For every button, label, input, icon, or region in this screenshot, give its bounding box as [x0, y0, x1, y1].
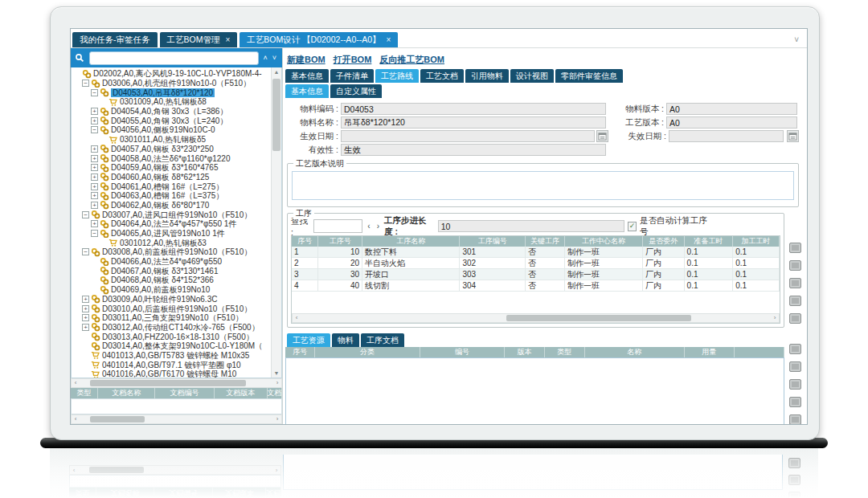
expander-icon[interactable]: − [91, 230, 98, 237]
scroll-up-icon[interactable]: ▲ [272, 67, 281, 76]
process-table-row[interactable]: 220半自动火焰302否制作一班厂内0.10.1 [292, 258, 780, 269]
tree-item[interactable]: +D04063,A0,槽钢 16#（L=375） [73, 191, 271, 201]
table-tool-button[interactable] [789, 397, 801, 407]
tree-item[interactable]: −D03006,A0,机壳组件919No10-0（F510） [73, 79, 271, 88]
bom-action-link[interactable]: 打开BOM [334, 54, 372, 66]
version-note-box[interactable] [292, 171, 794, 200]
tree-item[interactable]: 0401014,A0,GB/T97.1 镀锌平垫圈 φ10 [73, 360, 271, 369]
search-prev-icon[interactable]: ˄ [262, 55, 268, 62]
resource-tab[interactable]: 工艺资源 [287, 333, 330, 347]
tree-item[interactable]: D04066,A0,法兰δ4*φ469*φ550 [73, 257, 271, 267]
tree-item[interactable]: +D04057,A0,钢板 δ3*230*250 [73, 145, 271, 154]
bom-action-link[interactable]: 反向推工艺BOM [379, 54, 444, 66]
main-tab[interactable]: 工艺路线 [375, 69, 419, 83]
sub-tab[interactable]: 自定义属性 [330, 84, 382, 98]
auto-calc-checkbox[interactable]: ✓ [628, 222, 637, 231]
tabbar-collapse-chevron[interactable]: ˅ [794, 35, 804, 47]
tree-item[interactable]: −D04053,A0,吊耳δ8*120*120 [73, 88, 271, 97]
main-tab[interactable]: 设计视图 [510, 69, 554, 83]
expire-date-input[interactable] [669, 130, 784, 142]
expander-icon[interactable]: − [82, 248, 89, 255]
main-tab[interactable]: 零部件审签信息 [555, 69, 623, 83]
table-tool-button[interactable] [789, 296, 801, 306]
doc-horizontal-scrollbar[interactable]: ‹ › [71, 414, 282, 424]
scrollbar-thumb[interactable] [90, 380, 245, 386]
tree-item[interactable]: D04069,A0,前盖板919No10 [73, 285, 271, 295]
expander-icon[interactable]: + [82, 314, 89, 321]
process-table-row[interactable]: 440线切割304否制作一班厂内0.10.1 [292, 280, 780, 292]
material-version-input[interactable] [666, 103, 797, 115]
table-tool-button[interactable] [789, 379, 801, 390]
sub-tab[interactable]: 基本信息 [285, 84, 329, 98]
table-tool-button[interactable] [789, 243, 801, 253]
scroll-left-icon[interactable]: ‹ [72, 379, 80, 387]
process-horizontal-scrollbar[interactable]: ‹ › [292, 313, 780, 323]
expander-icon[interactable]: − [91, 89, 98, 96]
expander-icon[interactable]: + [91, 192, 98, 199]
scroll-right-icon[interactable]: › [771, 314, 779, 322]
scrollbar-thumb[interactable] [272, 79, 280, 151]
resource-tab[interactable]: 工序文档 [361, 333, 404, 347]
tree-item[interactable]: +D04060,A0,钢板 δ8*62*125 [73, 173, 271, 182]
scrollbar-thumb[interactable] [506, 315, 691, 321]
main-tab[interactable]: 引用物料 [465, 69, 509, 83]
find-input[interactable] [313, 219, 362, 233]
tree-item[interactable]: +D03012,A0,传动组CT140水冷-765（F500） [73, 323, 271, 333]
main-tab[interactable]: 基本信息 [285, 69, 329, 83]
expander-icon[interactable]: + [91, 220, 98, 227]
main-tab[interactable]: 工艺文档 [420, 69, 464, 83]
expander-icon[interactable]: + [91, 173, 98, 181]
close-icon[interactable]: × [225, 35, 230, 44]
tree-item[interactable]: −D03007,A0,进风口组件919No10（F510） [73, 210, 271, 219]
scroll-left-icon[interactable]: ‹ [293, 314, 301, 322]
expander-icon[interactable]: + [91, 117, 98, 124]
expander-icon[interactable]: + [82, 296, 89, 303]
tree-item[interactable]: 0301009,A0,热轧钢板δ8 [73, 97, 271, 107]
tree-item[interactable]: 0401016,A0,GB/T6170 镀锌螺母 M10 [73, 369, 271, 378]
tree-item[interactable]: D03014,A0,整体支架919No10C-L0-Y180M（ [73, 341, 271, 351]
expander-icon[interactable]: + [91, 145, 98, 153]
tree-item[interactable]: +D04062,A0,钢板 δ6*80*170 [73, 201, 271, 210]
table-tool-button[interactable] [789, 344, 801, 354]
tree-item[interactable]: D02002,A0,离心风机9-19-10C-L0-YVP180M-4- [73, 69, 271, 79]
expander-icon[interactable]: − [91, 126, 98, 133]
window-tab[interactable]: 我的任务-审签任务 [72, 32, 158, 47]
tree-item[interactable]: +D04058,A0,法兰δ6*φ1160*φ1220 [73, 153, 271, 163]
table-tool-button[interactable] [789, 313, 801, 324]
calendar-icon[interactable] [596, 130, 608, 142]
scroll-right-icon[interactable]: › [273, 415, 281, 423]
table-tool-button[interactable] [789, 278, 801, 288]
expander-icon[interactable]: + [91, 164, 98, 171]
table-tool-button[interactable] [789, 361, 801, 372]
resource-tab[interactable]: 物料 [332, 333, 359, 347]
calendar-icon[interactable] [787, 130, 799, 142]
tree-item[interactable]: 0301011,A0,热轧钢板δ5 [73, 135, 271, 145]
search-next-icon[interactable]: ˅ [272, 55, 277, 62]
search-input[interactable] [89, 51, 259, 65]
window-tab[interactable]: 工艺BOM设计 【D02002--A0--A0】× [240, 32, 398, 47]
material-code-input[interactable] [341, 103, 606, 115]
validity-input[interactable] [341, 144, 606, 156]
scroll-down-icon[interactable]: ▼ [272, 369, 281, 378]
tree-item[interactable]: +D04055,A0,角钢 30x3（L=240） [73, 116, 271, 125]
bom-action-link[interactable]: 新建BOM [287, 54, 326, 66]
expander-icon[interactable]: − [82, 211, 89, 218]
find-next-icon[interactable]: › [375, 222, 381, 231]
main-tab[interactable]: 子件清单 [330, 69, 374, 83]
step-input[interactable] [438, 220, 624, 232]
process-version-input[interactable] [666, 116, 797, 129]
effective-date-input[interactable] [341, 130, 595, 142]
expander-icon[interactable]: + [91, 108, 98, 115]
tree-item[interactable]: +D04064,A0,法兰δ4*φ457*φ550 1件 [73, 219, 271, 229]
window-tab[interactable]: 工艺BOM管理× [160, 32, 238, 47]
tree-item[interactable]: +D04059,A0,钢板 δ3*160*4765 [73, 163, 271, 173]
scroll-left-icon[interactable]: ‹ [72, 415, 80, 423]
tree-vertical-scrollbar[interactable]: ▲ ▼ [271, 67, 281, 378]
tree-item[interactable]: 0301012,A0,热轧钢板δ3 [73, 238, 271, 247]
tree-item[interactable]: +D04061,A0,槽钢 16#（L=275） [73, 182, 271, 191]
tree-item[interactable]: +D03009,A0,叶轮组件919No6.3C [73, 295, 271, 304]
tree-item[interactable]: −D03008,A0,前盖板组件919No10（F510） [73, 247, 271, 257]
tree-item[interactable]: +D04054,A0,角钢 30x3（L=386） [73, 107, 271, 116]
scroll-right-icon[interactable]: › [273, 379, 281, 387]
tree-horizontal-scrollbar[interactable]: ‹ › [71, 378, 282, 388]
